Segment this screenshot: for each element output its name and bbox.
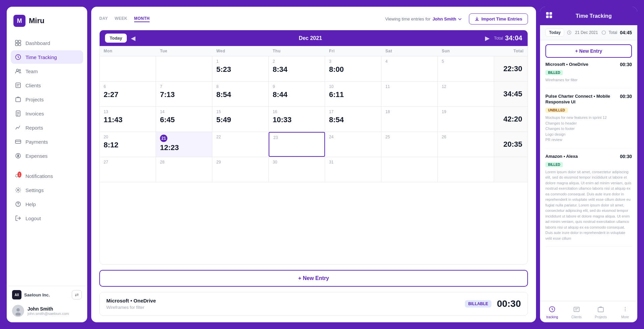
cal-cell[interactable]: 62:27 <box>100 82 156 106</box>
cal-cell[interactable]: 19 <box>438 107 494 132</box>
rp-today-button[interactable]: Today <box>545 29 564 37</box>
cal-cell[interactable]: 26 <box>438 132 494 157</box>
cal-cell[interactable]: 29 <box>212 157 269 182</box>
cal-cell[interactable]: 1311:43 <box>100 107 156 132</box>
cal-cell[interactable]: 18 <box>381 107 438 132</box>
calendar-week-2: 62:27 77:13 88:54 98:44 106:11 11 12 34:… <box>100 82 528 107</box>
rp-entry-3: Amazon • Alexa 00:30 BILLED Lorem ipsum … <box>545 154 632 247</box>
rp-entry-time: 00:30 <box>620 62 632 67</box>
rp-header: Time Tracking <box>540 7 637 25</box>
today-badge: 21 <box>160 135 167 142</box>
cal-cell[interactable]: 24 <box>325 132 381 157</box>
sidebar-item-help[interactable]: Help <box>11 197 83 211</box>
cal-cell[interactable]: 22 <box>212 132 269 157</box>
rp-entry-badge: BILLED <box>545 70 563 75</box>
cal-cell[interactable]: 5 <box>438 56 494 81</box>
sidebar-item-team[interactable]: Team <box>11 64 83 78</box>
rp-logo-icon <box>545 11 553 20</box>
rp-nav-clients[interactable]: Clients <box>565 304 589 321</box>
cal-cell[interactable]: 25 <box>381 132 438 157</box>
cal-cell[interactable]: 11 <box>381 82 438 106</box>
cal-week-total <box>494 157 528 182</box>
sidebar-item-time-tracking[interactable]: Time Tracking <box>11 50 83 64</box>
cal-cell[interactable]: 106:11 <box>325 82 381 106</box>
today-button[interactable]: Today <box>105 34 127 43</box>
switch-company-button[interactable]: ⇄ <box>72 290 82 299</box>
calendar-month: Dec 2021 <box>140 35 481 41</box>
cal-cell[interactable]: 15:23 <box>212 56 269 81</box>
tab-day[interactable]: DAY <box>99 16 108 22</box>
cal-cell[interactable]: 155:49 <box>212 107 269 132</box>
sidebar-item-projects[interactable]: Projects <box>11 93 83 106</box>
calendar-grid: Mon Tue Wed Thu Fri Sat Sun Total 15:23 … <box>100 46 528 182</box>
cal-cell[interactable]: 12 <box>438 82 494 106</box>
projects-icon <box>15 96 21 103</box>
cal-cell-selected[interactable]: 23 <box>269 132 325 157</box>
rp-entries: Microsoft • OneDrive 00:30 BILLED Wirefr… <box>540 62 637 301</box>
svg-point-23 <box>602 31 605 35</box>
sidebar-item-expenses[interactable]: Expenses <box>11 149 83 162</box>
cal-cell[interactable]: 28:34 <box>269 56 325 81</box>
cal-cell[interactable] <box>156 56 212 81</box>
cal-cell[interactable]: 178:54 <box>325 107 381 132</box>
cal-cell[interactable]: 30 <box>269 157 325 182</box>
cal-cell[interactable]: 31 <box>325 157 381 182</box>
svg-rect-26 <box>598 308 603 312</box>
sidebar-item-clients[interactable]: Clients <box>11 79 83 92</box>
new-entry-button[interactable]: + New Entry <box>99 270 528 287</box>
sidebar-item-payments[interactable]: Payments <box>11 135 83 148</box>
payments-icon <box>15 138 21 145</box>
cal-cell[interactable]: 1610:33 <box>269 107 325 132</box>
svg-point-12 <box>17 189 19 191</box>
tab-week[interactable]: WEEK <box>115 16 127 22</box>
sidebar-item-logout[interactable]: Logout <box>11 211 83 225</box>
next-month-button[interactable]: ▶ <box>485 35 490 42</box>
company-info: All Saeloun Inc. <box>12 290 50 299</box>
sidebar-item-settings[interactable]: Settings <box>11 183 83 197</box>
cal-cell[interactable]: 88:54 <box>212 82 269 106</box>
sidebar-item-invoices[interactable]: Invoices <box>11 107 83 120</box>
rp-entry-name: Amazon • Alexa <box>545 154 578 159</box>
entry-description: Wireframes for filter <box>106 305 460 310</box>
sidebar-item-label: Help <box>25 201 36 207</box>
rp-nav-label: Projects <box>595 315 607 319</box>
rp-nav-more[interactable]: More <box>613 304 638 321</box>
rp-new-entry-button[interactable]: + New Entry <box>545 44 632 58</box>
rp-nav-label: Clients <box>571 315 582 319</box>
import-button[interactable]: Import Time Entries <box>469 13 528 25</box>
cal-cell[interactable] <box>100 56 156 81</box>
calendar-total-time: 34:04 <box>505 34 522 42</box>
cal-cell[interactable]: 28 <box>156 157 212 182</box>
svg-point-27 <box>625 307 626 308</box>
rp-entry-desc: Wireframes for filter <box>545 77 632 83</box>
prev-month-button[interactable]: ◀ <box>131 35 136 42</box>
company-row: All Saeloun Inc. ⇄ <box>12 290 82 299</box>
cal-cell[interactable]: 208:12 <box>100 132 156 157</box>
sidebar-item-notifications[interactable]: 1 Notifications <box>11 169 83 183</box>
expenses-icon <box>15 152 21 159</box>
rp-nav-projects[interactable]: Projects <box>589 304 613 321</box>
sidebar-item-reports[interactable]: Reports <box>11 121 83 134</box>
cal-cell[interactable] <box>438 157 494 182</box>
view-tabs: DAY WEEK MONTH <box>99 16 150 22</box>
rp-nav-time-tracking[interactable]: tracking <box>540 304 565 321</box>
user-selector[interactable]: John Smith <box>432 16 462 21</box>
calendar-week-1: 15:23 28:34 38:00 4 5 22:30 <box>100 56 528 82</box>
svg-point-29 <box>625 311 626 311</box>
cal-cell[interactable]: 4 <box>381 56 438 81</box>
cal-cell[interactable]: 77:13 <box>156 82 212 106</box>
cal-cell[interactable] <box>381 157 438 182</box>
projects-nav-icon <box>597 306 604 314</box>
cal-cell[interactable]: 98:44 <box>269 82 325 106</box>
calendar-week-3: 1311:43 146:45 155:49 1610:33 178:54 18 … <box>100 107 528 132</box>
cal-cell[interactable]: 38:00 <box>325 56 381 81</box>
sidebar-item-dashboard[interactable]: Dashboard <box>11 36 83 50</box>
clients-nav-icon <box>573 306 580 314</box>
user-avatar <box>12 305 24 317</box>
cal-cell[interactable]: 146:45 <box>156 107 212 132</box>
cal-cell-today[interactable]: 21 12:23 <box>156 132 212 157</box>
tab-month[interactable]: MONTH <box>134 16 150 22</box>
cal-cell[interactable]: 27 <box>100 157 156 182</box>
svg-rect-25 <box>574 307 579 312</box>
header-tue: Tue <box>156 46 212 56</box>
